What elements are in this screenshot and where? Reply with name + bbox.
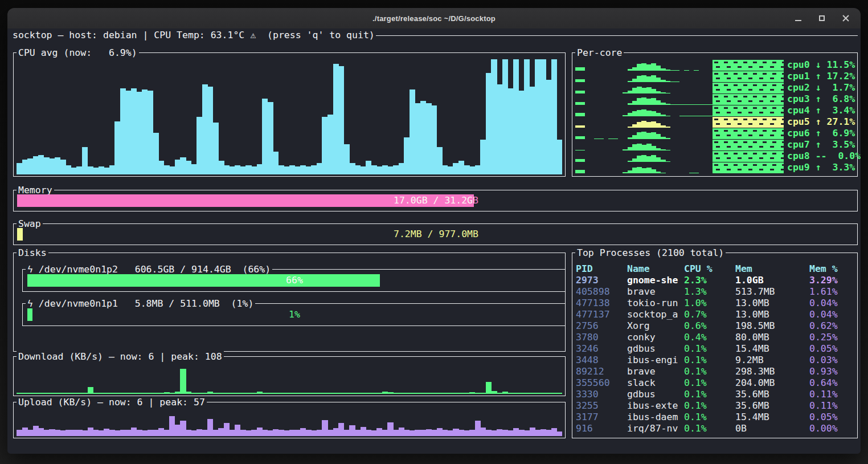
table-row[interactable]: 3448ibus-engi0.1%9.2MB0.03% [576, 355, 838, 366]
core-row-cpu4: cpu4 ↑ 3.4% [575, 105, 855, 116]
core-sparkline-cpu5 [575, 116, 784, 128]
table-cell: 0.05% [809, 412, 838, 423]
table-cell: 2973 [576, 275, 627, 286]
table-row[interactable]: 355560slack0.1%204.0MB0.64% [576, 377, 838, 389]
terminal[interactable]: socktop — host: debian | CPU Temp: 63.1°… [7, 29, 861, 454]
table-cell: Xorg [627, 320, 684, 332]
core-sparkline-dashes [713, 71, 784, 82]
download-panel: Download (KB/s) — now: 6 | peak: 108 [13, 356, 566, 396]
table-cell: 3780 [576, 332, 627, 343]
core-label-cpu6: cpu6 ↑ 6.9% [787, 128, 855, 139]
table-row[interactable]: 405898brave1.3%513.7MB1.61% [576, 286, 838, 298]
core-label-cpu8: cpu8 -- 0.0% [787, 150, 861, 162]
disk2-title: ϟ /dev/nvme0n1p1 5.8MB / 511.0MB (1%) [26, 298, 255, 309]
memory-gauge-fill: 17.0GB / 31.2GB [17, 194, 474, 207]
table-row[interactable]: 916irq/87-nv0.1%0B0.00% [576, 423, 838, 434]
table-cell: 0.1% [684, 389, 735, 400]
column-header-mem[interactable]: Mem [735, 263, 809, 275]
column-header-name[interactable]: Name [627, 263, 684, 275]
table-cell: 0.1% [684, 400, 735, 412]
maximize-button[interactable] [817, 14, 826, 23]
window-titlebar[interactable]: ./target/release/soc ~/D/G/socktop [7, 8, 861, 29]
table-cell: conky [627, 332, 684, 343]
table-cell: 0.11% [809, 389, 838, 400]
table-row[interactable]: 3177ibus-daem0.1%15.4MB0.05% [576, 412, 838, 423]
table-cell: 0.64% [809, 377, 838, 389]
swap-panel: Swap 7.2MB / 977.0MB [13, 223, 858, 245]
core-sparkline-cpu6 [575, 128, 784, 139]
table-cell: 204.0MB [735, 377, 809, 389]
table-cell: socktop_a [627, 309, 684, 320]
core-label-cpu3: cpu3 ↑ 6.8% [787, 93, 855, 105]
disks-title: Disks [17, 247, 48, 258]
table-row[interactable]: 477137socktop_a0.7%13.0MB0.04% [576, 309, 838, 320]
table-cell: brave [627, 286, 684, 298]
table-cell: 0.1% [684, 355, 735, 366]
core-sparkline-dashes [713, 105, 784, 116]
table-row[interactable]: 89212brave0.1%298.3MB0.93% [576, 366, 838, 377]
disk2-gauge-fill [27, 308, 32, 321]
table-cell: 2756 [576, 320, 627, 332]
cpu-avg-panel: CPU avg (now: 6.9%) [13, 52, 566, 177]
table-cell: slack [627, 377, 684, 389]
table-cell: 0.1% [684, 366, 735, 377]
maximize-icon [819, 15, 825, 21]
per-core-title: Per-core [575, 47, 624, 58]
table-cell: 298.3MB [735, 366, 809, 377]
core-sparkline-dashes [713, 116, 784, 128]
table-cell: 2.3% [684, 275, 735, 286]
swap-gauge: 7.2MB / 977.0MB [17, 228, 855, 241]
table-row[interactable]: 477138tokio-run1.0%13.0MB0.04% [576, 298, 838, 309]
terminal-window: ./target/release/soc ~/D/G/socktop sockt… [7, 8, 861, 454]
table-cell: 80.0MB [735, 332, 809, 343]
swap-gauge-label: 7.2MB / 977.0MB [17, 228, 855, 241]
core-sparkline-cpu4 [575, 105, 784, 116]
table-row[interactable]: 3246gdbus0.1%15.4MB0.05% [576, 343, 838, 355]
table-row[interactable]: 2973gnome-she2.3%1.0GB3.29% [576, 275, 838, 286]
table-cell: 1.0% [684, 298, 735, 309]
table-cell: 0.93% [809, 366, 838, 377]
app-header-text: socktop — host: debian | CPU Temp: 63.1°… [13, 30, 375, 41]
table-cell: 1.0GB [735, 275, 809, 286]
per-core-rows: cpu0 ↓ 11.5%cpu1 ↑ 17.2%cpu2 ↓ 1.7%cpu3 … [575, 59, 855, 173]
column-header-mem-[interactable]: Mem % [809, 263, 838, 275]
table-row[interactable]: 3780conky0.4%80.0MB0.25% [576, 332, 838, 343]
table-cell: 0.05% [809, 343, 838, 355]
table-cell: 916 [576, 423, 627, 434]
core-row-cpu3: cpu3 ↑ 6.8% [575, 93, 855, 105]
upload-panel: Upload (KB/s) — now: 6 | peak: 57 [13, 402, 566, 438]
core-sparkline-cpu1 [575, 71, 784, 82]
table-cell: 3177 [576, 412, 627, 423]
table-cell: 355560 [576, 377, 627, 389]
disk-icon: ϟ [27, 298, 33, 309]
table-cell: 0.1% [684, 412, 735, 423]
desktop-background: ./target/release/soc ~/D/G/socktop sockt… [0, 0, 868, 464]
disk2-gauge-label: 1% [27, 308, 562, 321]
column-header-pid[interactable]: PID [576, 263, 627, 275]
table-row[interactable]: 2756Xorg0.6%198.5MB0.62% [576, 320, 838, 332]
close-button[interactable] [841, 14, 850, 23]
table-cell: 0.1% [684, 377, 735, 389]
core-sparkline-cpu2 [575, 82, 784, 93]
core-sparkline-cpu7 [575, 139, 784, 150]
table-cell: 0.03% [809, 355, 838, 366]
disk-item-nvme0n1p1: ϟ /dev/nvme0n1p1 5.8MB / 511.0MB (1%) 1% [22, 303, 566, 326]
per-core-panel: Per-core cpu0 ↓ 11.5%cpu1 ↑ 17.2%cpu2 ↓ … [572, 52, 858, 177]
core-row-cpu9: cpu9 ↑ 3.3% [575, 162, 855, 173]
core-label-cpu0: cpu0 ↓ 11.5% [787, 59, 855, 71]
core-label-cpu4: cpu4 ↑ 3.4% [787, 105, 855, 116]
minimize-button[interactable] [793, 14, 803, 23]
cpu-avg-title: CPU avg (now: 6.9%) [17, 47, 139, 58]
core-row-cpu7: cpu7 ↑ 3.5% [575, 139, 855, 150]
table-cell: 0.62% [809, 320, 838, 332]
table-row[interactable]: 3255ibus-exte0.1%35.6MB0.11% [576, 400, 838, 412]
table-cell: ibus-engi [627, 355, 684, 366]
table-cell: 35.6MB [735, 400, 809, 412]
disk1-title: ϟ /dev/nvme0n1p2 606.5GB / 914.4GB (66%) [26, 264, 272, 275]
table-row[interactable]: 3330gdbus0.1%35.6MB0.11% [576, 389, 838, 400]
core-sparkline-dashes [713, 150, 784, 162]
table-cell: ibus-exte [627, 400, 684, 412]
table-cell: 0B [735, 423, 809, 434]
column-header-cpu-[interactable]: CPU % [684, 263, 735, 275]
disk1-gauge: 66% 66% [27, 274, 562, 287]
